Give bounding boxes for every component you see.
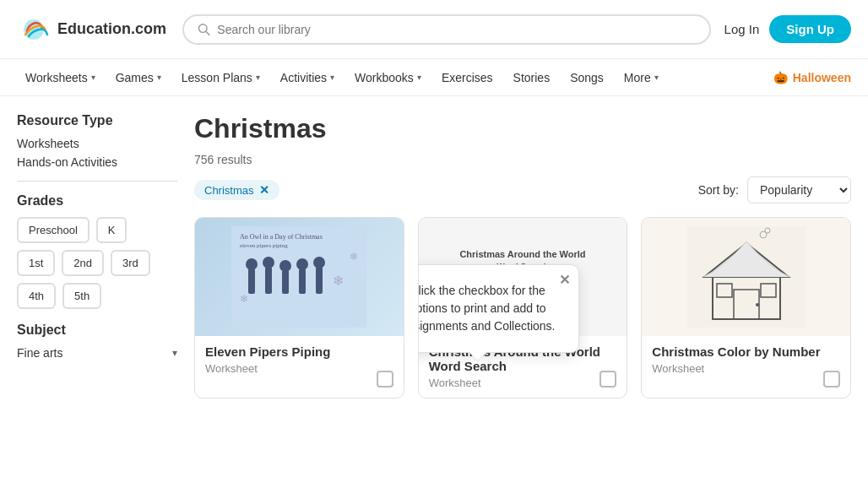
chevron-down-icon: ▾ <box>330 73 334 82</box>
nav-workbooks[interactable]: Workbooks ▾ <box>346 59 430 96</box>
filter-row: Christmas ✕ Sort by: Popularity Newest R… <box>194 176 851 203</box>
login-button[interactable]: Log In <box>724 22 760 36</box>
sort-label: Sort by: <box>698 183 739 197</box>
sidebar-link-worksheets[interactable]: Worksheets <box>17 137 177 150</box>
signup-button[interactable]: Sign Up <box>769 15 851 43</box>
svg-rect-13 <box>316 267 323 294</box>
svg-line-1 <box>206 31 209 35</box>
chevron-down-icon: ▾ <box>91 73 95 82</box>
svg-rect-11 <box>299 268 306 294</box>
header-actions: Log In Sign Up <box>724 15 851 43</box>
resource-type-title: Resource Type <box>17 113 177 128</box>
svg-text:An Owl in a Day of Christmas: An Owl in a Day of Christmas <box>240 233 323 241</box>
nav-songs[interactable]: Songs <box>561 59 612 96</box>
nav-exercises[interactable]: Exercises <box>433 59 502 96</box>
chevron-down-icon: ▾ <box>256 73 260 82</box>
main-layout: Resource Type Worksheets Hands-on Activi… <box>0 96 868 415</box>
content-area: Christmas 756 results Christmas ✕ Sort b… <box>194 113 851 399</box>
card-2: Christmas Around the World Word Search X… <box>418 217 628 399</box>
grades-title: Grades <box>17 193 177 209</box>
svg-rect-5 <box>248 268 255 294</box>
grade-5th[interactable]: 5th <box>62 283 101 309</box>
nav-lesson-plans[interactable]: Lesson Plans ▾ <box>173 59 269 96</box>
card-body-1: Eleven Pipers Piping Worksheet <box>195 336 404 383</box>
svg-point-14 <box>313 257 325 268</box>
card-1: An Owl in a Day of Christmas eleven pipe… <box>194 217 404 399</box>
grade-buttons: Preschool K <box>17 217 177 243</box>
search-bar[interactable] <box>182 14 711 45</box>
chevron-down-icon: ▾ <box>417 73 421 82</box>
grade-buttons-row3: 4th 5th <box>17 283 177 309</box>
card-title-3: Christmas Color by Number <box>652 344 840 359</box>
chevron-down-icon: ▾ <box>157 73 161 82</box>
grade-2nd[interactable]: 2nd <box>62 250 104 276</box>
logo-icon <box>17 13 51 46</box>
chevron-down-icon: ▾ <box>654 73 659 82</box>
svg-text:eleven pipers piping: eleven pipers piping <box>240 242 288 249</box>
svg-rect-9 <box>282 270 289 294</box>
grade-1st[interactable]: 1st <box>17 250 55 276</box>
chevron-down-icon: ▾ <box>172 347 177 359</box>
svg-text:❄: ❄ <box>350 251 358 263</box>
card-checkbox-2[interactable] <box>599 371 616 388</box>
nav-more[interactable]: More ▾ <box>616 59 667 96</box>
sidebar-link-hands-on[interactable]: Hands-on Activities <box>17 155 177 169</box>
card-image-3 <box>642 218 850 336</box>
results-count: 756 results <box>194 153 851 166</box>
grade-4th[interactable]: 4th <box>17 283 56 309</box>
halloween-icon: 🎃 <box>773 71 788 84</box>
nav-activities[interactable]: Activities ▾ <box>272 59 343 96</box>
svg-point-8 <box>263 257 274 268</box>
svg-text:❄: ❄ <box>333 274 344 288</box>
logo[interactable]: Education.com <box>17 13 169 46</box>
svg-point-22 <box>756 303 759 306</box>
card-type-1: Worksheet <box>205 362 393 375</box>
sidebar: Resource Type Worksheets Hands-on Activi… <box>17 113 177 399</box>
card-type-2: Worksheet <box>429 377 617 389</box>
card-3: Christmas Color by Number Worksheet <box>641 217 851 399</box>
tooltip-close-button[interactable]: ✕ <box>559 272 570 288</box>
svg-point-12 <box>296 258 308 270</box>
logo-text: Education.com <box>57 20 166 38</box>
sort-row: Sort by: Popularity Newest Rating <box>698 176 851 203</box>
filter-tag-christmas: Christmas ✕ <box>194 180 279 200</box>
main-nav: Worksheets ▾ Games ▾ Lesson Plans ▾ Acti… <box>0 59 868 96</box>
card-checkbox-1[interactable] <box>377 371 393 388</box>
card-image-1: An Owl in a Day of Christmas eleven pipe… <box>195 218 404 336</box>
header: Education.com Log In Sign Up <box>0 0 868 59</box>
svg-rect-7 <box>265 267 272 294</box>
svg-point-6 <box>246 258 258 270</box>
cards-grid: An Owl in a Day of Christmas eleven pipe… <box>194 217 851 399</box>
grade-3rd[interactable]: 3rd <box>111 250 150 276</box>
search-input[interactable] <box>217 23 695 36</box>
nav-stories[interactable]: Stories <box>505 59 559 96</box>
filter-tags: Christmas ✕ <box>194 180 279 200</box>
tooltip-text: Click the checkbox for the options to pr… <box>418 282 558 335</box>
grade-k[interactable]: K <box>96 217 127 243</box>
page-title: Christmas <box>194 113 851 144</box>
tooltip-arrow <box>469 352 486 361</box>
card-type-3: Worksheet <box>652 362 840 375</box>
sidebar-divider <box>17 181 177 182</box>
nav-worksheets[interactable]: Worksheets ▾ <box>17 59 104 96</box>
tooltip-overlay: ✕ Click the checkbox for the options to … <box>418 264 579 353</box>
nav-halloween[interactable]: 🎃 Halloween <box>773 71 851 84</box>
grade-preschool[interactable]: Preschool <box>17 217 90 243</box>
grade-buttons-row2: 1st 2nd 3rd <box>17 250 177 276</box>
filter-remove-button[interactable]: ✕ <box>259 183 269 197</box>
tooltip-box: ✕ Click the checkbox for the options to … <box>418 264 579 353</box>
card-illustration-3 <box>642 218 850 336</box>
nav-games[interactable]: Games ▾ <box>107 59 170 96</box>
card-illustration-1: An Owl in a Day of Christmas eleven pipe… <box>195 218 404 336</box>
search-icon <box>198 23 210 36</box>
svg-text:❄: ❄ <box>240 293 248 305</box>
subject-fine-arts[interactable]: Fine arts ▾ <box>17 346 177 360</box>
card-title-1: Eleven Pipers Piping <box>205 344 393 359</box>
sort-select[interactable]: Popularity Newest Rating <box>747 176 851 203</box>
card-checkbox-3[interactable] <box>823 371 840 388</box>
svg-point-10 <box>279 260 291 272</box>
subject-title: Subject <box>17 323 177 338</box>
card-body-3: Christmas Color by Number Worksheet <box>642 336 850 383</box>
